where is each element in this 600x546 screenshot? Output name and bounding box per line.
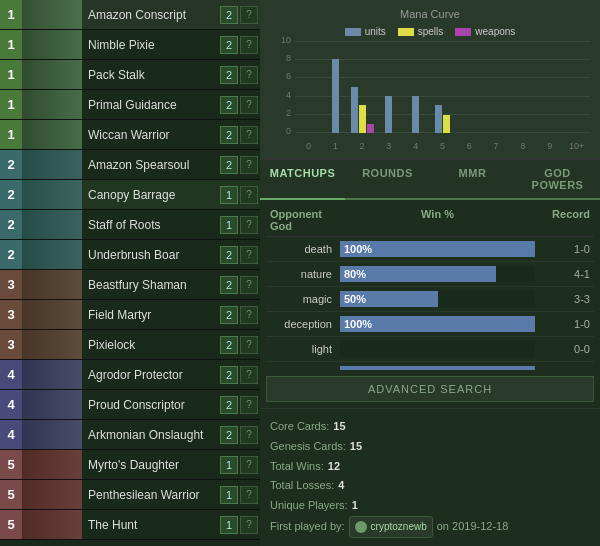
- card-row[interactable]: 3 Pixielock 2 ?: [0, 330, 260, 360]
- x-label: 6: [456, 141, 483, 151]
- card-artwork: [22, 420, 82, 450]
- player-badge[interactable]: cryptoznewb: [349, 516, 433, 538]
- card-row[interactable]: 3 Beastfury Shaman 2 ?: [0, 270, 260, 300]
- card-row[interactable]: 5 The Hunt 1 ?: [0, 510, 260, 540]
- win-pct-label: 100%: [340, 368, 372, 370]
- card-name: Agrodor Protector: [82, 368, 220, 382]
- card-row[interactable]: 2 Staff of Roots 1 ?: [0, 210, 260, 240]
- win-bar-container: 100%: [340, 241, 535, 257]
- card-info-button[interactable]: ?: [240, 126, 258, 144]
- legend-label-units: units: [365, 26, 386, 37]
- matchup-row: nature 80% 4-1: [266, 262, 594, 287]
- tab-mmr[interactable]: MMR: [430, 160, 515, 198]
- card-info-button[interactable]: ?: [240, 336, 258, 354]
- card-row[interactable]: 1 Nimble Pixie 2 ?: [0, 30, 260, 60]
- card-artwork: [22, 450, 82, 480]
- card-cost: 5: [0, 510, 22, 540]
- bar-group: [349, 41, 376, 133]
- card-count: 2: [220, 6, 238, 24]
- card-info-button[interactable]: ?: [240, 186, 258, 204]
- card-count: 1: [220, 516, 238, 534]
- card-row[interactable]: 2 Underbrush Boar 2 ?: [0, 240, 260, 270]
- core-cards-label: Core Cards:: [270, 417, 329, 437]
- x-label: 9: [536, 141, 563, 151]
- card-artwork: [22, 120, 82, 150]
- bar-units: [435, 105, 442, 133]
- win-bar-container: 50%: [340, 291, 535, 307]
- card-image: [22, 210, 82, 240]
- card-row[interactable]: 4 Agrodor Protector 2 ?: [0, 360, 260, 390]
- card-row[interactable]: 1 Primal Guidance 2 ?: [0, 90, 260, 120]
- card-count: 2: [220, 156, 238, 174]
- card-row[interactable]: 5 Penthesilean Warrior 1 ?: [0, 480, 260, 510]
- card-row[interactable]: 4 Arkmonian Onslaught 2 ?: [0, 420, 260, 450]
- bar-units: [412, 96, 419, 133]
- card-row[interactable]: 1 Pack Stalk 2 ?: [0, 60, 260, 90]
- matchup-table: Opponent God Win % Record death 100% 1-0…: [260, 200, 600, 370]
- card-info-button[interactable]: ?: [240, 96, 258, 114]
- win-bar-container: 100%: [340, 316, 535, 332]
- god-name: deception: [270, 318, 340, 330]
- card-artwork: [22, 0, 82, 30]
- card-image: [22, 330, 82, 360]
- win-pct-label: 80%: [340, 268, 366, 280]
- bar-group: [429, 41, 456, 133]
- god-name: light: [270, 343, 340, 355]
- card-row[interactable]: 5 Myrto's Daughter 1 ?: [0, 450, 260, 480]
- card-row[interactable]: 2 Canopy Barrage 1 ?: [0, 180, 260, 210]
- card-artwork: [22, 510, 82, 540]
- tab-matchups[interactable]: MATCHUPS: [260, 160, 345, 200]
- bar-spells: [359, 105, 366, 133]
- card-info-button[interactable]: ?: [240, 6, 258, 24]
- card-info-button[interactable]: ?: [240, 366, 258, 384]
- matchup-row: war 100% 3-0: [266, 362, 594, 370]
- card-name: Proud Conscriptor: [82, 398, 220, 412]
- card-info-button[interactable]: ?: [240, 396, 258, 414]
- legend-label-weapons: weapons: [475, 26, 515, 37]
- card-image: [22, 480, 82, 510]
- card-count: 2: [220, 306, 238, 324]
- card-info-button[interactable]: ?: [240, 426, 258, 444]
- card-info-button[interactable]: ?: [240, 156, 258, 174]
- card-cost: 2: [0, 240, 22, 270]
- card-info-button[interactable]: ?: [240, 246, 258, 264]
- matchup-row: death 100% 1-0: [266, 237, 594, 262]
- card-artwork: [22, 390, 82, 420]
- play-date: on 2019-12-18: [437, 517, 509, 537]
- y-label: 6: [273, 71, 291, 81]
- card-row[interactable]: 2 Amazon Spearsoul 2 ?: [0, 150, 260, 180]
- x-label: 8: [510, 141, 537, 151]
- card-info-button[interactable]: ?: [240, 276, 258, 294]
- chart-bars: [295, 41, 590, 133]
- card-info-button[interactable]: ?: [240, 456, 258, 474]
- card-row[interactable]: 3 Field Martyr 2 ?: [0, 300, 260, 330]
- card-info-button[interactable]: ?: [240, 516, 258, 534]
- card-info-button[interactable]: ?: [240, 66, 258, 84]
- card-count: 2: [220, 366, 238, 384]
- x-label: 1: [322, 141, 349, 151]
- advanced-search-button[interactable]: ADVANCED SEARCH: [266, 376, 594, 402]
- card-name: Amazon Spearsoul: [82, 158, 220, 172]
- bar-group: [536, 41, 563, 133]
- legend-label-spells: spells: [418, 26, 444, 37]
- header-opponent-god: Opponent God: [270, 208, 340, 232]
- x-label: 3: [375, 141, 402, 151]
- record-value: 1-0: [535, 318, 590, 330]
- card-info-button[interactable]: ?: [240, 216, 258, 234]
- card-row[interactable]: 4 Proud Conscriptor 2 ?: [0, 390, 260, 420]
- card-name: Pack Stalk: [82, 68, 220, 82]
- bar-group: [510, 41, 537, 133]
- win-pct-label: 50%: [340, 293, 366, 305]
- card-info-button[interactable]: ?: [240, 306, 258, 324]
- bar-weapons: [367, 124, 374, 133]
- y-label: 4: [273, 90, 291, 100]
- card-row[interactable]: 1 Wiccan Warrior 2 ?: [0, 120, 260, 150]
- card-row[interactable]: 1 Amazon Conscript 2 ?: [0, 0, 260, 30]
- tab-rounds[interactable]: ROUNDS: [345, 160, 430, 198]
- card-info-button[interactable]: ?: [240, 36, 258, 54]
- card-cost: 2: [0, 210, 22, 240]
- card-info-button[interactable]: ?: [240, 486, 258, 504]
- total-losses-label: Total Losses:: [270, 476, 334, 496]
- tab-god-powers[interactable]: GOD POWERS: [515, 160, 600, 198]
- win-bar-container: 80%: [340, 266, 535, 282]
